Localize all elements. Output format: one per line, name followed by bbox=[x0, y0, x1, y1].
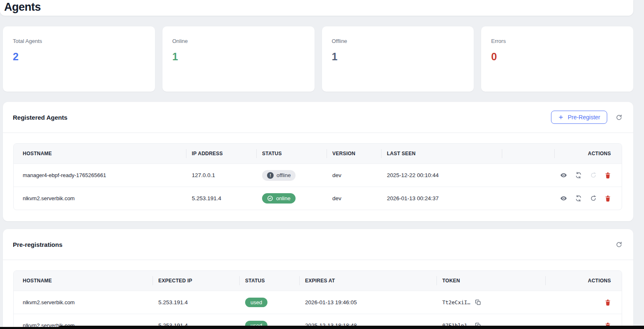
agent-hostname: manager4-ebpf-ready-1765265661 bbox=[14, 172, 186, 178]
stat-label: Errors bbox=[491, 38, 623, 44]
token-value: Tt2eCxiI… bbox=[442, 299, 470, 305]
copy-icon bbox=[475, 299, 481, 305]
pre-register-label: Pre-Register bbox=[568, 114, 600, 121]
stat-value: 2 bbox=[13, 51, 145, 63]
registered-agents-table: HOSTNAME IP ADDRESS STATUS VERSION LAST … bbox=[13, 143, 622, 210]
status-badge-label: online bbox=[276, 195, 291, 201]
delete-prereg-button[interactable] bbox=[605, 299, 611, 306]
stat-card-errors: Errors 0 bbox=[481, 26, 633, 92]
pre-registrations-table: HOSTNAME EXPECTED IP STATUS EXPIRES AT T… bbox=[13, 270, 622, 329]
refresh-agents-button[interactable] bbox=[615, 114, 623, 121]
stat-card-total-agents: Total Agents 2 bbox=[3, 26, 155, 92]
refresh-icon bbox=[615, 241, 623, 248]
agent-ip: 5.253.191.4 bbox=[186, 195, 256, 201]
agent-last-seen: 2025-12-22 00:10:44 bbox=[381, 172, 502, 178]
eye-icon bbox=[560, 195, 567, 202]
prereg-status-cell: used bbox=[239, 298, 299, 307]
agent-actions-cell bbox=[554, 172, 622, 179]
stat-label: Total Agents bbox=[13, 38, 145, 44]
stats-row: Total Agents 2 Online 1 Offline 1 Errors… bbox=[3, 26, 633, 92]
window-bottom-edge bbox=[0, 327, 644, 329]
trash-icon bbox=[605, 172, 611, 179]
restart-icon bbox=[590, 195, 597, 202]
column-status: STATUS bbox=[256, 144, 327, 163]
stat-value: 1 bbox=[172, 51, 305, 63]
agent-last-seen: 2026-01-13 00:24:37 bbox=[381, 195, 502, 201]
restart-agent-button-disabled[interactable] bbox=[590, 172, 597, 179]
refresh-prereg-button[interactable] bbox=[615, 241, 623, 248]
view-agent-button[interactable] bbox=[560, 195, 567, 202]
stat-value: 0 bbox=[491, 51, 623, 63]
stat-label: Online bbox=[172, 38, 305, 44]
stat-label: Offline bbox=[332, 38, 464, 44]
status-badge-label: offline bbox=[277, 172, 291, 178]
registered-agents-actions: Pre-Register bbox=[551, 111, 623, 124]
pre-registrations-card: Pre-registrations HOSTNAME EXPECTED IP S… bbox=[3, 229, 633, 329]
sync-agent-button[interactable] bbox=[575, 172, 582, 179]
column-expires-at: EXPIRES AT bbox=[299, 271, 436, 291]
prereg-actions-cell bbox=[545, 299, 622, 306]
agent-status-cell: ! offline bbox=[256, 170, 327, 181]
plus-icon bbox=[558, 114, 564, 120]
column-hostname: HOSTNAME bbox=[14, 271, 153, 291]
pre-register-button[interactable]: Pre-Register bbox=[551, 111, 607, 124]
status-badge-online: online bbox=[262, 193, 296, 204]
column-empty bbox=[502, 144, 554, 163]
prereg-token-cell: Tt2eCxiI… bbox=[436, 299, 545, 305]
column-version: VERSION bbox=[327, 144, 381, 163]
trash-icon bbox=[605, 299, 611, 306]
view-agent-button[interactable] bbox=[560, 172, 567, 179]
delete-agent-button[interactable] bbox=[605, 195, 611, 202]
prereg-hostname: nlkvm2.serverbik.com bbox=[14, 299, 153, 305]
sync-icon bbox=[575, 195, 582, 202]
prereg-expected-ip: 5.253.191.4 bbox=[153, 299, 239, 305]
table-header-row: HOSTNAME IP ADDRESS STATUS VERSION LAST … bbox=[14, 144, 622, 163]
column-last-seen: LAST SEEN bbox=[381, 144, 502, 163]
column-hostname: HOSTNAME bbox=[14, 144, 186, 163]
delete-agent-button[interactable] bbox=[605, 172, 611, 179]
stat-card-online: Online 1 bbox=[162, 26, 315, 92]
column-status: STATUS bbox=[239, 271, 299, 291]
pre-registrations-actions bbox=[615, 241, 623, 248]
agent-version: dev bbox=[327, 195, 381, 201]
column-actions: ACTIONS bbox=[545, 271, 622, 291]
stat-card-offline: Offline 1 bbox=[322, 26, 474, 92]
exclamation-icon: ! bbox=[267, 172, 274, 179]
eye-icon bbox=[560, 172, 567, 179]
prereg-expires-at: 2026-01-13 19:46:05 bbox=[299, 299, 436, 305]
column-expected-ip: EXPECTED IP bbox=[153, 271, 239, 291]
top-bar: Agents bbox=[0, 0, 633, 16]
sync-icon bbox=[575, 172, 582, 179]
column-token: TOKEN bbox=[436, 271, 545, 291]
trash-icon bbox=[605, 195, 611, 202]
status-badge-offline: ! offline bbox=[262, 170, 296, 181]
registered-agents-title: Registered Agents bbox=[13, 114, 67, 121]
agent-hostname: nlkvm2.serverbik.com bbox=[14, 195, 186, 201]
agent-status-cell: online bbox=[256, 193, 327, 204]
status-badge-label: used bbox=[250, 299, 262, 305]
sync-agent-button[interactable] bbox=[575, 195, 582, 202]
check-circle-icon bbox=[267, 195, 273, 201]
restart-icon bbox=[590, 172, 597, 179]
agent-ip: 127.0.0.1 bbox=[186, 172, 256, 178]
table-row: manager4-ebpf-ready-1765265661 127.0.0.1… bbox=[14, 163, 622, 187]
agent-version: dev bbox=[327, 172, 381, 178]
table-row: nlkvm2.serverbik.com 5.253.191.4 online … bbox=[14, 187, 622, 210]
column-ip: IP ADDRESS bbox=[186, 144, 256, 163]
column-actions: ACTIONS bbox=[554, 144, 622, 163]
restart-agent-button[interactable] bbox=[590, 195, 597, 202]
registered-agents-card: Registered Agents Pre-Register HOSTNAME … bbox=[3, 102, 633, 221]
page-title: Agents bbox=[0, 1, 41, 15]
stat-value: 1 bbox=[332, 51, 464, 63]
pre-registrations-header: Pre-registrations bbox=[3, 229, 633, 260]
pre-registrations-title: Pre-registrations bbox=[13, 241, 62, 248]
table-header-row: HOSTNAME EXPECTED IP STATUS EXPIRES AT T… bbox=[14, 271, 622, 291]
registered-agents-header: Registered Agents Pre-Register bbox=[3, 102, 633, 133]
table-row: nlkvm2.serverbik.com 5.253.191.4 used 20… bbox=[14, 291, 622, 314]
copy-token-button[interactable] bbox=[475, 299, 481, 305]
agent-actions-cell bbox=[554, 195, 622, 202]
status-badge-used: used bbox=[245, 298, 267, 307]
refresh-icon bbox=[615, 114, 623, 121]
